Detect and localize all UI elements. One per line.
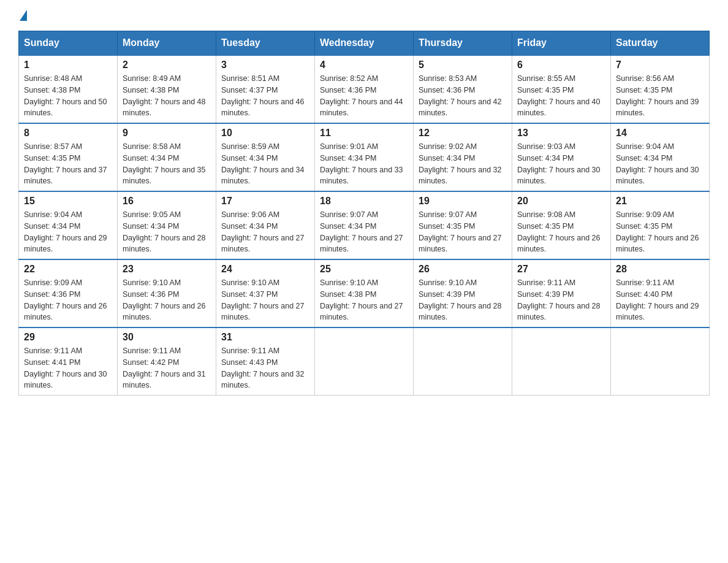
day-info: Sunrise: 8:48 AM Sunset: 4:38 PM Dayligh… [24,73,112,119]
day-info: Sunrise: 9:10 AM Sunset: 4:37 PM Dayligh… [221,277,309,323]
calendar-day-cell: 25 Sunrise: 9:10 AM Sunset: 4:38 PM Dayl… [315,259,414,327]
day-info: Sunrise: 9:04 AM Sunset: 4:34 PM Dayligh… [616,141,704,187]
calendar-day-cell: 13 Sunrise: 9:03 AM Sunset: 4:34 PM Dayl… [512,123,611,191]
weekday-header-monday: Monday [118,31,216,56]
calendar-day-cell: 15 Sunrise: 9:04 AM Sunset: 4:34 PM Dayl… [19,191,118,259]
calendar-day-cell: 29 Sunrise: 9:11 AM Sunset: 4:41 PM Dayl… [19,327,118,396]
calendar-day-cell: 21 Sunrise: 9:09 AM Sunset: 4:35 PM Dayl… [611,191,710,259]
empty-day-cell [414,327,512,396]
day-info: Sunrise: 9:05 AM Sunset: 4:34 PM Dayligh… [123,209,211,255]
calendar-day-cell: 6 Sunrise: 8:55 AM Sunset: 4:35 PM Dayli… [512,55,611,123]
calendar-day-cell: 27 Sunrise: 9:11 AM Sunset: 4:39 PM Dayl… [512,259,611,327]
weekday-header-wednesday: Wednesday [315,31,414,56]
calendar-day-cell: 7 Sunrise: 8:56 AM Sunset: 4:35 PM Dayli… [611,55,710,123]
day-info: Sunrise: 9:08 AM Sunset: 4:35 PM Dayligh… [517,209,605,255]
day-number: 28 [616,264,704,275]
day-info: Sunrise: 9:11 AM Sunset: 4:41 PM Dayligh… [24,345,112,391]
day-info: Sunrise: 9:09 AM Sunset: 4:36 PM Dayligh… [24,277,112,323]
day-number: 5 [419,59,507,71]
day-number: 4 [320,59,408,71]
day-info: Sunrise: 8:59 AM Sunset: 4:34 PM Dayligh… [221,141,309,187]
day-info: Sunrise: 9:02 AM Sunset: 4:34 PM Dayligh… [419,141,507,187]
page-header [18,12,710,18]
day-info: Sunrise: 8:49 AM Sunset: 4:38 PM Dayligh… [123,73,211,119]
day-number: 19 [419,196,507,207]
day-number: 17 [221,196,309,207]
day-number: 26 [419,264,507,275]
day-info: Sunrise: 9:10 AM Sunset: 4:36 PM Dayligh… [123,277,211,323]
calendar-week-row: 15 Sunrise: 9:04 AM Sunset: 4:34 PM Dayl… [19,191,710,259]
day-number: 25 [320,264,408,275]
calendar-day-cell: 28 Sunrise: 9:11 AM Sunset: 4:40 PM Dayl… [611,259,710,327]
day-number: 2 [123,59,211,71]
calendar-day-cell: 23 Sunrise: 9:10 AM Sunset: 4:36 PM Dayl… [118,259,216,327]
calendar-day-cell: 11 Sunrise: 9:01 AM Sunset: 4:34 PM Dayl… [315,123,414,191]
day-info: Sunrise: 9:11 AM Sunset: 4:42 PM Dayligh… [123,345,211,391]
day-number: 20 [517,196,605,207]
day-info: Sunrise: 9:11 AM Sunset: 4:39 PM Dayligh… [517,277,605,323]
day-info: Sunrise: 9:11 AM Sunset: 4:43 PM Dayligh… [221,345,309,391]
day-info: Sunrise: 8:51 AM Sunset: 4:37 PM Dayligh… [221,73,309,119]
day-info: Sunrise: 9:10 AM Sunset: 4:38 PM Dayligh… [320,277,408,323]
day-info: Sunrise: 9:03 AM Sunset: 4:34 PM Dayligh… [517,141,605,187]
day-info: Sunrise: 8:55 AM Sunset: 4:35 PM Dayligh… [517,73,605,119]
day-number: 8 [24,128,112,139]
weekday-header-row: SundayMondayTuesdayWednesdayThursdayFrid… [19,31,710,56]
day-info: Sunrise: 9:06 AM Sunset: 4:34 PM Dayligh… [221,209,309,255]
logo [18,12,27,18]
calendar-day-cell: 31 Sunrise: 9:11 AM Sunset: 4:43 PM Dayl… [216,327,315,396]
calendar-day-cell: 30 Sunrise: 9:11 AM Sunset: 4:42 PM Dayl… [118,327,216,396]
weekday-header-sunday: Sunday [19,31,118,56]
day-info: Sunrise: 9:09 AM Sunset: 4:35 PM Dayligh… [616,209,704,255]
calendar-day-cell: 22 Sunrise: 9:09 AM Sunset: 4:36 PM Dayl… [19,259,118,327]
day-info: Sunrise: 9:11 AM Sunset: 4:40 PM Dayligh… [616,277,704,323]
day-number: 23 [123,264,211,275]
logo-triangle-icon [20,10,27,21]
calendar-day-cell: 2 Sunrise: 8:49 AM Sunset: 4:38 PM Dayli… [118,55,216,123]
calendar-table: SundayMondayTuesdayWednesdayThursdayFrid… [18,31,710,396]
day-number: 29 [24,332,112,343]
calendar-day-cell: 3 Sunrise: 8:51 AM Sunset: 4:37 PM Dayli… [216,55,315,123]
calendar-day-cell: 12 Sunrise: 9:02 AM Sunset: 4:34 PM Dayl… [414,123,512,191]
day-info: Sunrise: 8:53 AM Sunset: 4:36 PM Dayligh… [419,73,507,119]
day-info: Sunrise: 8:58 AM Sunset: 4:34 PM Dayligh… [123,141,211,187]
calendar-day-cell: 10 Sunrise: 8:59 AM Sunset: 4:34 PM Dayl… [216,123,315,191]
calendar-day-cell: 14 Sunrise: 9:04 AM Sunset: 4:34 PM Dayl… [611,123,710,191]
day-info: Sunrise: 9:07 AM Sunset: 4:35 PM Dayligh… [419,209,507,255]
day-number: 13 [517,128,605,139]
empty-day-cell [512,327,611,396]
day-info: Sunrise: 8:56 AM Sunset: 4:35 PM Dayligh… [616,73,704,119]
day-number: 6 [517,59,605,71]
day-number: 15 [24,196,112,207]
day-number: 16 [123,196,211,207]
calendar-week-row: 22 Sunrise: 9:09 AM Sunset: 4:36 PM Dayl… [19,259,710,327]
calendar-day-cell: 19 Sunrise: 9:07 AM Sunset: 4:35 PM Dayl… [414,191,512,259]
day-number: 22 [24,264,112,275]
day-info: Sunrise: 9:01 AM Sunset: 4:34 PM Dayligh… [320,141,408,187]
weekday-header-saturday: Saturday [611,31,710,56]
day-info: Sunrise: 8:52 AM Sunset: 4:36 PM Dayligh… [320,73,408,119]
day-number: 21 [616,196,704,207]
day-number: 24 [221,264,309,275]
calendar-day-cell: 8 Sunrise: 8:57 AM Sunset: 4:35 PM Dayli… [19,123,118,191]
calendar-day-cell: 24 Sunrise: 9:10 AM Sunset: 4:37 PM Dayl… [216,259,315,327]
day-info: Sunrise: 9:04 AM Sunset: 4:34 PM Dayligh… [24,209,112,255]
calendar-day-cell: 9 Sunrise: 8:58 AM Sunset: 4:34 PM Dayli… [118,123,216,191]
day-number: 7 [616,59,704,71]
calendar-day-cell: 5 Sunrise: 8:53 AM Sunset: 4:36 PM Dayli… [414,55,512,123]
calendar-week-row: 29 Sunrise: 9:11 AM Sunset: 4:41 PM Dayl… [19,327,710,396]
day-number: 30 [123,332,211,343]
calendar-day-cell: 4 Sunrise: 8:52 AM Sunset: 4:36 PM Dayli… [315,55,414,123]
empty-day-cell [611,327,710,396]
calendar-day-cell: 1 Sunrise: 8:48 AM Sunset: 4:38 PM Dayli… [19,55,118,123]
weekday-header-thursday: Thursday [414,31,512,56]
calendar-day-cell: 18 Sunrise: 9:07 AM Sunset: 4:34 PM Dayl… [315,191,414,259]
calendar-day-cell: 20 Sunrise: 9:08 AM Sunset: 4:35 PM Dayl… [512,191,611,259]
day-number: 3 [221,59,309,71]
day-number: 9 [123,128,211,139]
day-number: 31 [221,332,309,343]
calendar-day-cell: 26 Sunrise: 9:10 AM Sunset: 4:39 PM Dayl… [414,259,512,327]
day-number: 27 [517,264,605,275]
day-number: 12 [419,128,507,139]
weekday-header-tuesday: Tuesday [216,31,315,56]
